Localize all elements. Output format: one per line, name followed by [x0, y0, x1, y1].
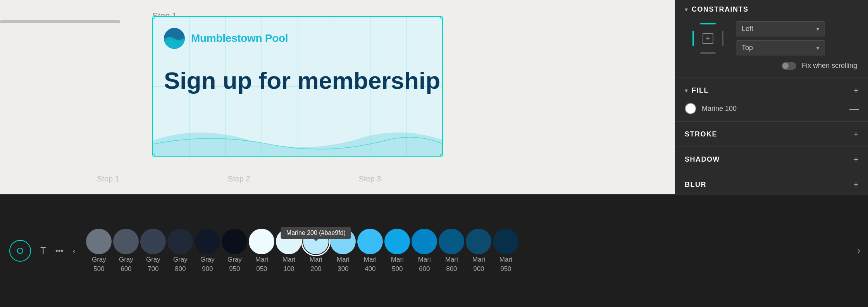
swatch-item-marine-800[interactable]: Mari800	[439, 229, 464, 273]
swatch-label-marine-950: Mari	[499, 256, 512, 264]
strip-left-tools: T ••• ‹	[0, 240, 84, 262]
fill-remove-button[interactable]: —	[849, 104, 859, 113]
fill-title-label: FILL	[692, 86, 709, 95]
swatch-label-marine-400: Mari	[364, 256, 377, 264]
swatch-item-gray-700[interactable]: Gray700	[140, 229, 166, 273]
swatch-label-gray-700: Gray	[146, 256, 160, 264]
stroke-label: STROKE	[685, 130, 717, 138]
fill-swatch-area: Marine 100	[685, 103, 737, 114]
blur-label: BLUR	[685, 181, 706, 189]
fix-when-scrolling-label: Fix when scrolling	[802, 62, 857, 70]
constraints-chevron[interactable]: ▾	[685, 6, 688, 13]
headline: Sign up for membership	[164, 67, 440, 94]
vertical-constraint-value: Top	[742, 44, 753, 52]
swatch-item-marine-050[interactable]: Mari050	[249, 229, 274, 273]
swatch-item-gray-900[interactable]: Gray900	[195, 229, 220, 273]
swatch-label-marine-500: Mari	[391, 256, 404, 264]
ellipse-tool-button[interactable]	[9, 240, 31, 262]
ellipse-tool-icon	[17, 248, 23, 254]
horizontal-constraint-select[interactable]: Left ▾	[736, 21, 825, 36]
constraint-widget-inner: +	[692, 23, 723, 54]
constraint-center: +	[703, 33, 713, 44]
swatch-item-gray-500[interactable]: Gray500	[86, 229, 112, 273]
swatch-label-gray-900: Gray	[200, 256, 215, 264]
constraint-widget: +	[685, 19, 731, 58]
logo-text: Mumblestown Pool	[191, 32, 288, 45]
swatch-circle-marine-500	[384, 229, 410, 254]
constraint-dropdowns: Left ▾ Top ▾	[736, 21, 859, 55]
swatch-label-marine-800: Mari	[445, 256, 458, 264]
color-swatches-container: Gray500Gray600Gray700Gray800Gray900Gray9…	[84, 225, 849, 277]
swatch-circle-marine-050	[249, 229, 274, 254]
text-tool-button[interactable]: T	[40, 245, 46, 256]
swatch-circle-gray-900	[195, 229, 220, 254]
fill-section: ▾ FILL + Marine 100 —	[675, 78, 868, 122]
fill-name: Marine 100	[702, 105, 737, 113]
swatch-item-marine-600[interactable]: Mari600	[412, 229, 437, 273]
constraint-bottom-bar	[700, 52, 716, 54]
faded-steps: Step 1 Step 2 Step 3	[97, 174, 381, 183]
swatch-item-gray-950[interactable]: Gray950	[222, 229, 247, 273]
swatch-item-marine-950[interactable]: Mari950	[493, 229, 518, 273]
blur-add-button[interactable]: +	[853, 179, 859, 190]
swatch-label-gray-600: Gray	[119, 256, 133, 264]
swatch-circle-gray-500	[86, 229, 112, 254]
swatch-circle-gray-800	[167, 229, 193, 254]
swatch-item-marine-500[interactable]: Mari500	[384, 229, 410, 273]
main-area: Step 1	[0, 0, 868, 194]
blur-section: BLUR +	[675, 172, 868, 194]
stroke-section: STROKE +	[675, 122, 868, 147]
step-3-faded: Step 2	[228, 174, 250, 183]
swatch-tooltip-marine-200: Marine 200 (#bae9fd)	[281, 227, 351, 239]
swatch-circle-gray-950	[222, 229, 247, 254]
strip-right-arrow-button[interactable]: ›	[850, 246, 868, 256]
swatch-item-marine-200[interactable]: Mari200Marine 200 (#bae9fd)	[303, 229, 329, 273]
right-panel: ▾ CONSTRAINTS +	[675, 0, 868, 194]
design-frame: Mumblestown Pool Sign up for membership	[152, 16, 443, 157]
vertical-chevron-icon: ▾	[816, 45, 819, 51]
shadow-label: SHADOW	[685, 155, 720, 164]
swatch-row: Gray500Gray600Gray700Gray800Gray900Gray9…	[84, 229, 849, 273]
constraint-plus-icon: +	[706, 34, 711, 43]
logo-area: Mumblestown Pool	[164, 28, 288, 49]
vertical-constraint-select[interactable]: Top ▾	[736, 40, 825, 55]
wave-decoration	[153, 125, 443, 156]
swatch-circle-marine-600	[412, 229, 437, 254]
swatch-label-marine-600: Mari	[418, 256, 431, 264]
constraints-body: + Left ▾ Top ▾	[675, 19, 868, 78]
constraints-section: ▾ CONSTRAINTS +	[675, 0, 868, 78]
stroke-add-button[interactable]: +	[853, 129, 859, 140]
swatch-label-gray-800: Gray	[173, 256, 188, 264]
swatch-label-gray-500: Gray	[92, 256, 106, 264]
swatch-item-gray-800[interactable]: Gray800	[167, 229, 193, 273]
fill-swatch[interactable]	[685, 103, 696, 114]
swatch-label-marine-200: Mari	[310, 256, 322, 264]
h-scrollbar[interactable]	[0, 20, 120, 23]
constraint-top-bar	[700, 23, 716, 24]
fill-header: ▾ FILL +	[675, 78, 868, 103]
swatch-label-marine-900: Mari	[472, 256, 485, 264]
swatch-circle-marine-400	[357, 229, 383, 254]
back-arrow-button[interactable]: ‹	[73, 247, 76, 255]
swatch-label-gray-950: Gray	[227, 256, 242, 264]
constraint-right-bar	[722, 31, 723, 46]
swatch-label-marine-300: Mari	[337, 256, 350, 264]
swatch-item-marine-900[interactable]: Mari900	[466, 229, 491, 273]
fill-add-button[interactable]: +	[853, 85, 859, 96]
swatch-item-marine-400[interactable]: Mari400	[357, 229, 383, 273]
swatch-item-gray-600[interactable]: Gray600	[113, 229, 139, 273]
swatch-circle-marine-950	[493, 229, 518, 254]
shadow-add-button[interactable]: +	[853, 154, 859, 165]
canvas-area: Step 1	[0, 0, 675, 194]
swatch-circle-gray-600	[113, 229, 139, 254]
fill-chevron-icon[interactable]: ▾	[685, 87, 688, 94]
logo-circle	[164, 28, 185, 49]
swatch-circle-marine-800	[439, 229, 464, 254]
bottom-strip: T ••• ‹ Gray500Gray600Gray700Gray800Gray…	[0, 194, 868, 307]
fix-when-scrolling-toggle[interactable]	[782, 62, 796, 70]
more-tools-button[interactable]: •••	[55, 247, 64, 255]
constraint-left-bar	[692, 31, 694, 46]
swatch-label-marine-100: Mari	[282, 256, 295, 264]
swatch-circle-gray-700	[140, 229, 166, 254]
constraints-header: ▾ CONSTRAINTS	[675, 0, 868, 19]
